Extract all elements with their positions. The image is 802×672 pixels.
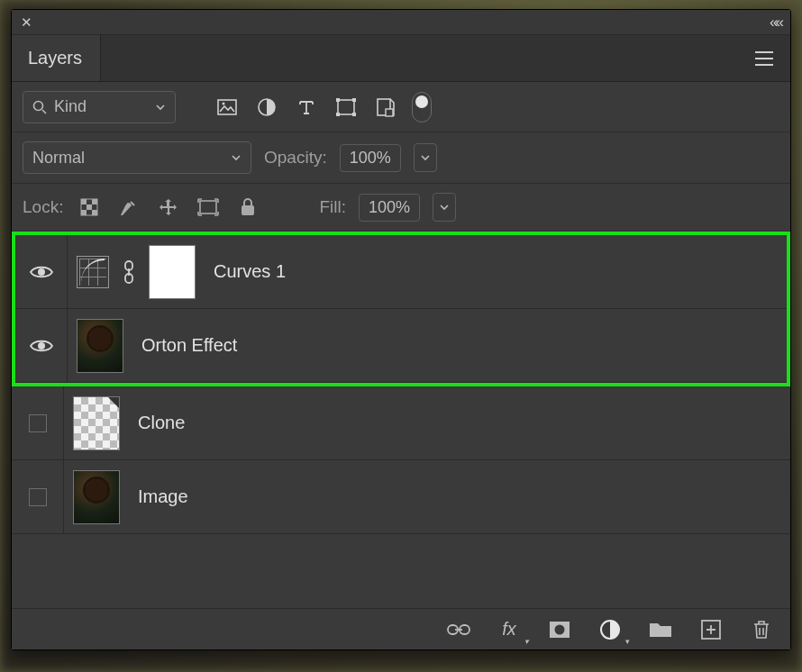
layer-row-orton[interactable]: Orton Effect <box>15 309 787 383</box>
svg-rect-8 <box>352 113 356 116</box>
blend-mode-label: Normal <box>32 149 85 168</box>
blend-row: Normal Opacity: 100% <box>12 132 790 184</box>
tab-layers[interactable]: Layers <box>12 35 101 81</box>
visibility-cell[interactable] <box>12 460 64 533</box>
svg-rect-17 <box>200 201 216 213</box>
visibility-cell[interactable] <box>15 235 68 308</box>
collapse-icon[interactable]: «« <box>770 14 781 32</box>
svg-point-22 <box>38 342 45 350</box>
fill-label: Fill: <box>319 197 346 217</box>
filter-toggle[interactable] <box>412 92 432 123</box>
lock-all-icon[interactable] <box>234 194 261 221</box>
eye-icon <box>30 264 53 280</box>
svg-rect-5 <box>336 98 340 102</box>
lock-row: Lock: Fill: 100% <box>12 184 790 232</box>
lock-transparency-icon[interactable] <box>76 194 103 221</box>
filter-adjustment-icon[interactable] <box>253 94 280 121</box>
svg-rect-4 <box>338 100 354 114</box>
layer-name[interactable]: Image <box>138 486 188 507</box>
visibility-empty-icon <box>29 488 47 506</box>
lock-artboard-icon[interactable] <box>195 194 222 221</box>
fill-value[interactable]: 100% <box>359 194 420 222</box>
layer-name[interactable]: Curves 1 <box>214 261 286 282</box>
lock-position-icon[interactable] <box>155 194 182 221</box>
layer-row-image[interactable]: Image <box>12 460 790 534</box>
fx-icon[interactable]: fx▾ <box>495 615 524 644</box>
new-group-icon[interactable] <box>646 615 675 644</box>
layer-thumb <box>77 319 123 373</box>
svg-rect-12 <box>81 199 87 204</box>
filter-row: Kind <box>12 82 790 132</box>
visibility-cell[interactable] <box>15 309 68 382</box>
opacity-value[interactable]: 100% <box>340 144 401 172</box>
fill-stepper[interactable] <box>433 193 456 222</box>
svg-rect-18 <box>242 205 254 215</box>
opacity-label: Opacity: <box>264 148 327 168</box>
delete-layer-icon[interactable] <box>747 615 776 644</box>
chevron-down-icon <box>155 102 166 113</box>
filter-pixel-icon[interactable] <box>214 94 241 121</box>
filter-type-icon[interactable] <box>293 94 320 121</box>
layer-mask-thumb[interactable] <box>149 245 196 299</box>
layers-panel: ✕ «« Layers Kind <box>11 9 791 650</box>
svg-point-26 <box>555 624 565 634</box>
svg-rect-13 <box>92 199 97 204</box>
visibility-empty-icon <box>29 414 47 432</box>
layer-name[interactable]: Clone <box>138 413 185 433</box>
svg-rect-14 <box>87 204 92 210</box>
tab-row: Layers <box>12 35 790 82</box>
layer-row-curves1[interactable]: Curves 1 <box>15 235 787 309</box>
add-mask-icon[interactable] <box>545 615 574 644</box>
eye-icon <box>30 338 53 354</box>
filter-kind-label: Kind <box>54 97 87 116</box>
panel-footer: fx▾ ▾ <box>12 608 790 649</box>
empty-list-area <box>12 534 790 606</box>
link-layers-icon[interactable] <box>444 615 473 644</box>
svg-rect-7 <box>336 113 340 116</box>
lock-pixels-icon[interactable] <box>115 194 142 221</box>
filter-smartobject-icon[interactable] <box>372 94 399 121</box>
svg-rect-10 <box>386 109 393 116</box>
svg-point-19 <box>38 268 45 276</box>
layer-row-clone[interactable]: Clone <box>12 386 790 460</box>
layer-list: Curves 1 Orton Effect Clone <box>12 232 790 608</box>
layer-thumb <box>73 396 120 450</box>
svg-point-2 <box>223 102 225 104</box>
chevron-down-icon <box>231 152 242 163</box>
mask-link-icon[interactable] <box>118 260 140 284</box>
blend-mode-select[interactable]: Normal <box>23 141 251 174</box>
svg-point-0 <box>34 101 43 110</box>
layer-name[interactable]: Orton Effect <box>141 335 237 356</box>
svg-rect-1 <box>218 100 236 114</box>
panel-menu-icon[interactable] <box>751 45 778 72</box>
lock-label: Lock: <box>23 197 63 217</box>
visibility-cell[interactable] <box>12 386 64 459</box>
curves-adjustment-icon <box>77 256 109 288</box>
new-layer-icon[interactable] <box>697 615 725 644</box>
opacity-stepper[interactable] <box>414 143 437 172</box>
filter-shape-icon[interactable] <box>333 94 360 121</box>
svg-rect-16 <box>92 210 97 215</box>
layer-thumb <box>73 470 120 524</box>
panel-titlebar: ✕ «« <box>12 10 790 35</box>
new-adjustment-icon[interactable]: ▾ <box>596 615 624 644</box>
highlight-box: Curves 1 Orton Effect <box>12 232 790 386</box>
svg-rect-6 <box>352 98 356 102</box>
close-icon[interactable]: ✕ <box>21 14 32 31</box>
filter-kind-select[interactable]: Kind <box>23 91 176 123</box>
search-icon <box>32 100 47 114</box>
svg-rect-15 <box>81 210 87 215</box>
